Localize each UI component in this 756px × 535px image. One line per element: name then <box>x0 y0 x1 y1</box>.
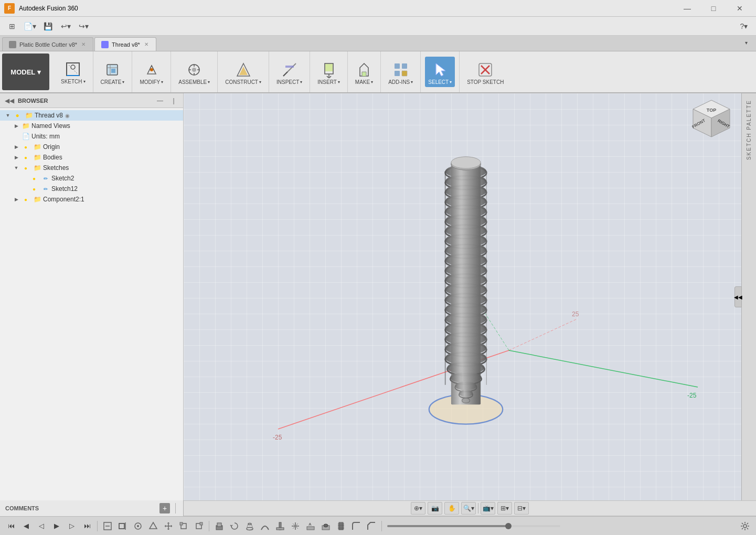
tree-item-origin[interactable]: ▶ ● 📁 Origin <box>0 142 183 152</box>
sweep-button[interactable] <box>258 519 272 533</box>
grid-tool[interactable]: ⊞▾ <box>497 502 512 515</box>
tab-close-plastic[interactable]: ✕ <box>80 41 87 48</box>
3d-snap-button[interactable] <box>131 519 145 533</box>
tab-overflow-button[interactable]: ▾ <box>738 35 754 50</box>
3d-model-thread <box>424 140 508 454</box>
browser-panel: ◀◀ BROWSER — | ▼ ● 📁 Thread v8 ◉ ▶ 📁 Nam… <box>0 93 184 500</box>
construct-label: CONSTRUCT▾ <box>225 79 261 85</box>
sketch-create-button[interactable]: SKETCH▾ <box>58 56 89 87</box>
folder-icon-root: 📁 <box>25 111 33 120</box>
prev-button[interactable]: ◀ <box>19 519 33 533</box>
modify-label: MODIFY▾ <box>140 79 163 85</box>
step-forward-button[interactable]: ⏭ <box>80 519 94 533</box>
titlebar-left: F Autodesk Fusion 360 <box>4 3 78 14</box>
undo-button[interactable]: ↩▾ <box>58 19 73 34</box>
addins-icon <box>392 61 409 78</box>
camera-tool[interactable]: 📷 <box>428 502 442 515</box>
inspect-button[interactable]: INSPECT▾ <box>273 57 305 87</box>
move-button[interactable] <box>162 519 175 533</box>
bt-sep3 <box>381 521 382 531</box>
app-menu-button[interactable]: ⊞ <box>4 19 20 34</box>
window-controls: — □ ✕ <box>675 0 752 17</box>
ribbon-group-stopsketch: STOP SKETCH <box>460 51 511 92</box>
tree-item-bodies[interactable]: ▶ ● 📁 Bodies <box>0 152 183 163</box>
snap-button[interactable] <box>146 519 160 533</box>
help-button[interactable]: ?▾ <box>736 19 752 34</box>
loft-button[interactable] <box>243 519 257 533</box>
tree-arrow-sketches[interactable]: ▼ <box>13 164 20 172</box>
resize-button[interactable] <box>177 519 190 533</box>
select-button[interactable]: SELECT▾ <box>425 57 455 87</box>
display-mode-tool[interactable]: 📺▾ <box>481 502 495 515</box>
browser-back-button[interactable]: ◀◀ <box>4 95 15 106</box>
settings-button[interactable] <box>738 519 752 533</box>
rib-button[interactable] <box>273 519 287 533</box>
viewport-layout-tool[interactable]: ⊟▾ <box>514 502 529 515</box>
svg-line-27 <box>509 319 577 350</box>
play-button[interactable]: ▶ <box>50 519 63 533</box>
browser-collapse-button[interactable]: — <box>155 95 165 106</box>
web-button[interactable] <box>289 519 302 533</box>
tree-arrow-bodies[interactable]: ▶ <box>13 154 20 161</box>
close-button[interactable]: ✕ <box>728 0 752 17</box>
construct-button[interactable]: CONSTRUCT▾ <box>222 57 264 87</box>
create-button[interactable]: CREATE▾ <box>98 57 128 87</box>
status-bar: COMMENTS + ⊕▾ 📷 ✋ 🔍▾ 📺▾ ⊞▾ ⊟▾ <box>0 500 756 516</box>
revolve-button[interactable] <box>228 519 241 533</box>
maximize-button[interactable]: □ <box>701 0 726 17</box>
navigation-cube[interactable]: TOP FRONT RIGHT <box>688 98 735 145</box>
svg-rect-95 <box>119 523 124 529</box>
stop-sketch-label: STOP SKETCH <box>467 79 504 85</box>
tab-thread[interactable]: Thread v8* ✕ <box>94 37 156 51</box>
modify-button[interactable]: MODIFY▾ <box>136 57 166 87</box>
make-button[interactable]: MAKE▾ <box>352 57 376 87</box>
tree-arrow-origin[interactable]: ▶ <box>13 143 20 151</box>
assemble-button[interactable]: ASSEMBLE▾ <box>175 57 213 87</box>
emboss-button[interactable]: A <box>304 519 317 533</box>
tab-label-thread: Thread v8* <box>112 41 140 48</box>
tab-close-thread[interactable]: ✕ <box>143 41 150 48</box>
step-back-button[interactable]: ⏮ <box>4 519 18 533</box>
chamfer-button[interactable] <box>365 519 378 533</box>
fillet-button[interactable] <box>349 519 363 533</box>
zoom-tool[interactable]: 🔍▾ <box>461 502 476 515</box>
tree-arrow-named-views[interactable]: ▶ <box>13 122 20 130</box>
sketch-display-button[interactable] <box>101 519 114 533</box>
minimize-button[interactable]: — <box>675 0 699 17</box>
redo-button[interactable]: ↪▾ <box>76 19 91 34</box>
timeline-handle[interactable] <box>505 523 512 529</box>
model-workspace-button[interactable]: MODEL ▾ <box>2 54 49 90</box>
3d-viewport[interactable]: -25 -25 25 ↻ <box>184 93 756 500</box>
orbit-tool[interactable]: ⊕▾ <box>411 502 425 515</box>
tree-item-sketches[interactable]: ▼ ● 📁 Sketches <box>0 163 183 173</box>
pan-tool[interactable]: ✋ <box>444 502 459 515</box>
tree-arrow-component[interactable]: ▶ <box>13 196 20 203</box>
next-frame-button[interactable]: ▷ <box>65 519 79 533</box>
thread-button[interactable] <box>334 519 348 533</box>
stop-sketch-button[interactable]: STOP SKETCH <box>464 57 507 87</box>
tree-item-sketch2[interactable]: ● ✏ Sketch2 <box>0 173 183 184</box>
tree-item-sketch12[interactable]: ● ✏ Sketch12 <box>0 184 183 194</box>
tree-item-named-views[interactable]: ▶ 📁 Named Views <box>0 121 183 131</box>
tree-label-sketch2: Sketch2 <box>51 175 74 182</box>
tree-item-component[interactable]: ▶ ● 📁 Component2:1 <box>0 194 183 205</box>
addins-button[interactable]: ADD-INS▾ <box>385 57 416 87</box>
add-comment-button[interactable]: + <box>159 503 170 513</box>
sketch-constraints-button[interactable] <box>116 519 130 533</box>
sketch-icon <box>65 61 81 78</box>
extrude-button[interactable] <box>212 519 226 533</box>
new-button[interactable]: 📄▾ <box>22 19 38 34</box>
tree-item-units[interactable]: 📄 Units: mm <box>0 131 183 142</box>
tree-item-root[interactable]: ▼ ● 📁 Thread v8 ◉ <box>0 110 183 121</box>
sketch-palette-toggle-button[interactable]: ◀◀ <box>734 286 742 307</box>
sketch-file-icon-sketch2: ✏ <box>41 174 50 183</box>
tree-arrow-root[interactable]: ▼ <box>4 112 12 119</box>
prev-frame-button[interactable]: ◁ <box>35 519 48 533</box>
stretch-button[interactable] <box>192 519 206 533</box>
save-button[interactable]: 💾 <box>40 19 56 34</box>
hole-button[interactable] <box>319 519 333 533</box>
tab-plastic-bottle[interactable]: Platic Bottle Cutter v8* ✕ <box>2 37 93 51</box>
timeline-bar[interactable] <box>387 525 560 527</box>
ribbon-group-create: CREATE▾ <box>93 51 133 92</box>
insert-button[interactable]: INSERT▾ <box>314 57 343 87</box>
